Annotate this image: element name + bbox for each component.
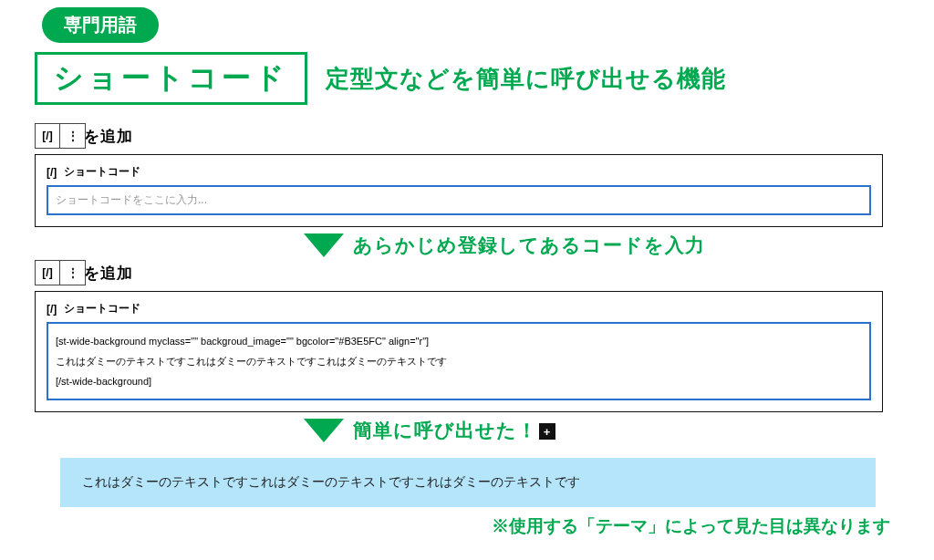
shortcode-icon[interactable]: [/] (35, 123, 60, 149)
arrow-label-1: あらかじめ登録してあるコードを入力 (353, 233, 705, 258)
block-toolbar: [/] ⋮ (35, 123, 86, 149)
down-arrow-icon (304, 419, 344, 442)
shortcode-textarea[interactable]: [st-wide-background myclass="" backgroud… (47, 322, 871, 400)
code-line-close: [/st-wide-background] (56, 371, 862, 391)
editor-block-filled: [/] ⋮ を追加 [/] ショートコード [st-wide-backgroun… (35, 260, 899, 412)
arrow-annotation-2: 簡単に呼び出せた！+ (35, 418, 899, 443)
block-title: ショートコード (64, 301, 140, 316)
term-description: 定型文などを簡単に呼び出せる機能 (326, 63, 726, 95)
add-row: [/] ⋮ を追加 (35, 123, 899, 149)
block-frame: [/] ショートコード ショートコードをここに入力... (35, 154, 883, 227)
arrow-label-2: 簡単に呼び出せた！+ (353, 418, 555, 443)
add-row: [/] ⋮ を追加 (35, 260, 899, 285)
add-label: を追加 (84, 263, 133, 284)
term-box: ショートコード (35, 52, 307, 105)
shortcode-icon[interactable]: [/] (35, 260, 60, 285)
shortcode-glyph-icon: [/] (47, 166, 57, 179)
title-row: ショートコード 定型文などを簡単に呼び出せる機能 (35, 52, 899, 105)
down-arrow-icon (304, 233, 344, 257)
code-line-open: [st-wide-background myclass="" backgroud… (56, 331, 862, 351)
footnote: ※使用する「テーマ」によって見た目は異なります (35, 514, 890, 538)
arrow-label-2-text: 簡単に呼び出せた！ (353, 420, 537, 441)
plus-icon[interactable]: + (539, 423, 555, 440)
block-title: ショートコード (64, 164, 140, 180)
code-line-body: これはダミーのテキストですこれはダミーのテキストですこれはダミーのテキストです (56, 351, 862, 371)
editor-block-empty: [/] ⋮ を追加 [/] ショートコード ショートコードをここに入力... (35, 123, 899, 227)
shortcode-input[interactable]: ショートコードをここに入力... (47, 185, 871, 215)
arrow-annotation-1: あらかじめ登録してあるコードを入力 (35, 233, 899, 258)
block-header: [/] ショートコード (47, 301, 871, 316)
shortcode-glyph-icon: [/] (47, 303, 57, 316)
block-frame: [/] ショートコード [st-wide-background myclass=… (35, 291, 883, 412)
block-toolbar: [/] ⋮ (35, 260, 86, 285)
add-label: を追加 (84, 126, 133, 147)
terminology-badge: 専門用語 (42, 7, 159, 43)
kebab-icon[interactable]: ⋮ (60, 123, 86, 149)
kebab-icon[interactable]: ⋮ (60, 260, 86, 285)
block-header: [/] ショートコード (47, 164, 871, 180)
result-preview: これはダミーのテキストですこれはダミーのテキストですこれはダミーのテキストです (60, 458, 876, 507)
